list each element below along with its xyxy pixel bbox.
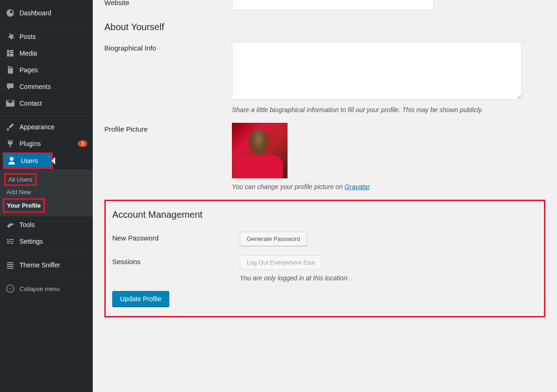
sessions-label: Sessions [112,255,240,266]
sidebar-item-comments[interactable]: Comments [0,78,93,95]
sidebar-item-label: Theme Sniffer [19,261,87,269]
sessions-description: You are only logged in at this location. [240,274,538,282]
dashboard-icon [6,8,15,18]
collapse-label: Collapse menu [19,285,60,292]
avatar-description: You can change your profile picture on G… [232,183,545,190]
avatar [232,123,288,178]
sidebar-item-pages[interactable]: Pages [0,62,93,78]
plugins-badge: 3 [78,140,87,147]
svg-point-1 [10,157,13,161]
sidebar-item-label: Posts [19,33,87,40]
bio-description: Share a little biographical information … [232,106,545,114]
comment-icon [6,82,15,91]
admin-sidebar: Dashboard Posts Media Pages Comments Con… [0,0,93,392]
sidebar-item-label: Plugins [19,140,76,147]
sidebar-item-theme-sniffer[interactable]: Theme Sniffer [0,257,93,273]
generate-password-button[interactable]: Generate Password [240,232,307,246]
sidebar-item-posts[interactable]: Posts [0,28,93,45]
sidebar-item-label: Comments [19,83,87,90]
gravatar-link[interactable]: Gravatar [345,183,370,190]
sidebar-item-label: Pages [19,66,87,74]
account-management-section: Account Management New Password Generate… [104,200,545,317]
submenu-all-users[interactable]: All Users [4,173,37,186]
sidebar-item-label: Settings [19,238,87,245]
sidebar-item-settings[interactable]: Settings [0,233,93,250]
about-heading: About Yourself [104,22,545,32]
avatar-label: Profile Picture [104,123,232,133]
sidebar-item-label: Appearance [19,123,87,131]
media-icon [6,49,15,58]
password-label: New Password [112,232,240,242]
list-icon [6,260,15,270]
sidebar-item-label: Users [21,157,49,164]
sidebar-item-media[interactable]: Media [0,45,93,62]
sidebar-item-label: Contact [19,100,87,107]
bio-textarea[interactable] [232,42,522,100]
sidebar-item-users[interactable]: Users [3,152,53,169]
sidebar-item-contact[interactable]: Contact [0,95,93,112]
sidebar-item-dashboard[interactable]: Dashboard [0,5,93,21]
sidebar-item-plugins[interactable]: Plugins 3 [0,135,93,152]
plug-icon [6,139,15,148]
sidebar-item-label: Media [19,50,87,57]
submenu-add-new[interactable]: Add New [0,186,93,198]
bio-label: Biographical Info [104,42,232,52]
website-input[interactable] [232,0,434,10]
submenu-your-profile[interactable]: Your Profile [3,198,45,213]
brush-icon [6,122,15,132]
logout-everywhere-button: Log Out Everywhere Else [240,255,322,270]
sidebar-item-label: Dashboard [19,9,87,17]
wrench-icon [6,220,15,229]
sidebar-item-appearance[interactable]: Appearance [0,119,93,135]
sidebar-submenu: All Users Add New Your Profile [0,170,93,216]
user-icon [7,156,16,165]
profile-content: Website About Yourself Biographical Info… [93,0,557,392]
account-heading: Account Management [112,209,538,220]
pages-icon [6,65,15,75]
website-label: Website [104,0,232,6]
sidebar-item-label: Tools [19,221,87,228]
envelope-icon [6,99,15,108]
update-profile-button[interactable]: Update Profile [112,291,169,307]
sliders-icon [6,237,15,246]
pin-icon [6,32,15,41]
collapse-icon [6,284,15,293]
collapse-menu[interactable]: Collapse menu [0,280,93,297]
sidebar-item-tools[interactable]: Tools [0,216,93,233]
